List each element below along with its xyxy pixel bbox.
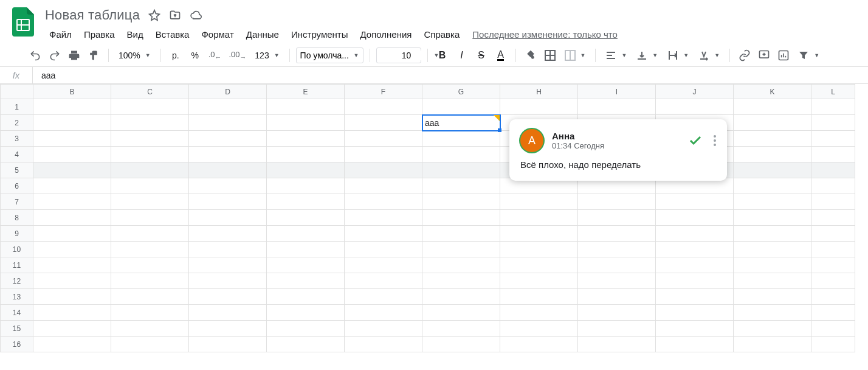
font-size-dropdown[interactable]: ▼ xyxy=(376,47,421,63)
cell[interactable] xyxy=(811,257,855,273)
cell[interactable] xyxy=(811,162,855,178)
cell[interactable] xyxy=(267,226,345,242)
cell[interactable] xyxy=(189,305,267,321)
number-format-dropdown[interactable]: 123▼ xyxy=(251,47,283,64)
cell[interactable] xyxy=(656,305,734,321)
cell[interactable] xyxy=(422,210,500,226)
undo-icon[interactable] xyxy=(27,47,44,64)
cell[interactable] xyxy=(189,147,267,162)
menu-insert[interactable]: Вставка xyxy=(150,26,195,43)
cell[interactable] xyxy=(267,210,345,226)
row-header[interactable]: 3 xyxy=(1,131,33,147)
cell[interactable] xyxy=(267,115,345,131)
cell[interactable] xyxy=(811,289,855,305)
menu-data[interactable]: Данные xyxy=(241,26,284,43)
cell[interactable] xyxy=(734,226,811,242)
cell[interactable] xyxy=(578,210,656,226)
cell[interactable] xyxy=(734,321,811,337)
cell[interactable] xyxy=(734,99,811,115)
cell[interactable] xyxy=(656,337,734,352)
cell[interactable] xyxy=(189,162,267,178)
cell[interactable] xyxy=(734,289,811,305)
bold-button[interactable]: B xyxy=(434,47,451,64)
cell[interactable] xyxy=(189,178,267,194)
row-header[interactable]: 6 xyxy=(1,178,33,194)
cell[interactable] xyxy=(500,305,578,321)
cell[interactable] xyxy=(811,99,855,115)
cell[interactable] xyxy=(33,273,111,289)
cell[interactable] xyxy=(111,210,189,226)
move-folder-icon[interactable] xyxy=(169,9,181,21)
cell[interactable] xyxy=(811,194,855,210)
column-header[interactable]: E xyxy=(267,85,345,99)
row-header[interactable]: 15 xyxy=(1,321,33,337)
cell[interactable] xyxy=(345,115,422,131)
cell[interactable] xyxy=(811,305,855,321)
cell[interactable] xyxy=(33,147,111,162)
formula-input[interactable]: aaa xyxy=(33,71,868,80)
cell[interactable] xyxy=(422,99,500,115)
insert-link-icon[interactable] xyxy=(736,47,753,64)
column-header[interactable]: J xyxy=(656,85,734,99)
cell[interactable] xyxy=(345,99,422,115)
cell[interactable] xyxy=(734,242,811,257)
row-header[interactable]: 7 xyxy=(1,194,33,210)
cell[interactable] xyxy=(189,321,267,337)
cell[interactable] xyxy=(656,321,734,337)
cell[interactable] xyxy=(189,242,267,257)
cell[interactable] xyxy=(267,305,345,321)
cell[interactable] xyxy=(111,226,189,242)
row-header[interactable]: 5 xyxy=(1,162,33,178)
cell[interactable] xyxy=(267,99,345,115)
cell[interactable] xyxy=(111,242,189,257)
cell[interactable] xyxy=(500,242,578,257)
cell[interactable] xyxy=(345,337,422,352)
more-options-icon[interactable] xyxy=(714,135,716,146)
select-all-corner[interactable] xyxy=(1,85,33,99)
cell[interactable] xyxy=(578,321,656,337)
row-header[interactable]: 10 xyxy=(1,242,33,257)
row-header[interactable]: 2 xyxy=(1,115,33,131)
cell[interactable] xyxy=(422,289,500,305)
cell[interactable] xyxy=(734,305,811,321)
print-icon[interactable] xyxy=(66,47,83,64)
cell[interactable]: aaa xyxy=(422,115,500,131)
cell[interactable] xyxy=(811,131,855,147)
menu-tools[interactable]: Инструменты xyxy=(286,26,354,43)
cell[interactable] xyxy=(578,273,656,289)
cell[interactable] xyxy=(33,289,111,305)
currency-button[interactable]: р. xyxy=(167,47,184,64)
cell[interactable] xyxy=(656,99,734,115)
cell[interactable] xyxy=(189,194,267,210)
cell[interactable] xyxy=(111,194,189,210)
cell[interactable] xyxy=(811,242,855,257)
cell[interactable] xyxy=(267,242,345,257)
cell[interactable] xyxy=(500,226,578,242)
cloud-status-icon[interactable] xyxy=(190,9,202,21)
cell[interactable] xyxy=(734,210,811,226)
cell[interactable] xyxy=(734,131,811,147)
cell[interactable] xyxy=(189,289,267,305)
cell[interactable] xyxy=(111,273,189,289)
cell[interactable] xyxy=(33,115,111,131)
cell[interactable] xyxy=(578,226,656,242)
cell[interactable] xyxy=(345,257,422,273)
cell[interactable] xyxy=(734,178,811,194)
cell[interactable] xyxy=(500,273,578,289)
column-header[interactable]: C xyxy=(111,85,189,99)
cell[interactable] xyxy=(811,226,855,242)
row-header[interactable]: 16 xyxy=(1,337,33,352)
cell[interactable] xyxy=(734,115,811,131)
borders-button[interactable] xyxy=(542,47,559,64)
cell[interactable] xyxy=(33,257,111,273)
column-header[interactable]: K xyxy=(734,85,811,99)
star-icon[interactable] xyxy=(148,9,160,21)
row-header[interactable]: 4 xyxy=(1,147,33,162)
cell[interactable] xyxy=(578,305,656,321)
cell[interactable] xyxy=(422,194,500,210)
cell[interactable] xyxy=(189,115,267,131)
menu-format[interactable]: Формат xyxy=(196,26,239,43)
cell[interactable] xyxy=(422,242,500,257)
cell[interactable] xyxy=(33,99,111,115)
cell[interactable] xyxy=(345,194,422,210)
